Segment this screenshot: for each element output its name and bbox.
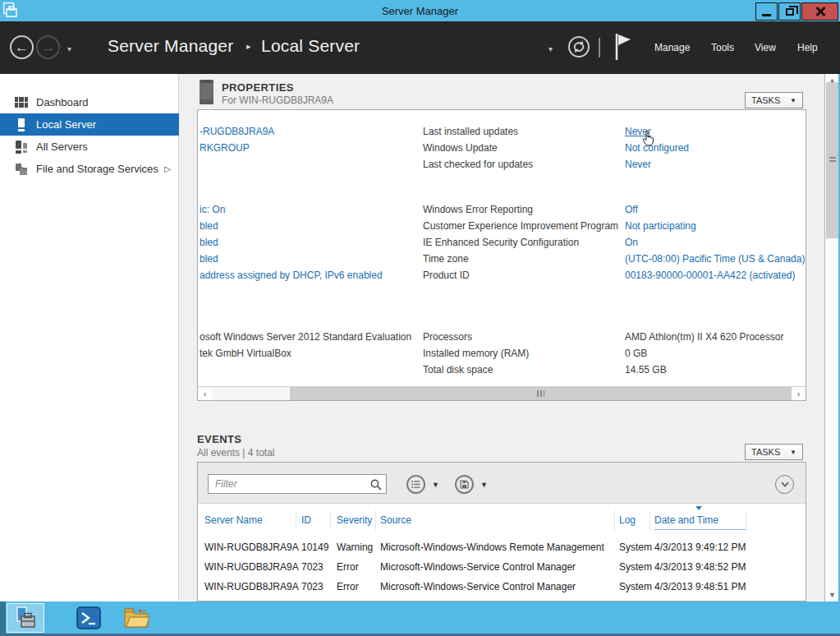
cell-server-name: WIN-RUGDB8JRA9A (204, 537, 299, 557)
cell-server-name: WIN-RUGDB8JRA9A (204, 577, 299, 597)
property-value-firewall[interactable]: ic: On (200, 204, 225, 215)
restore-icon (786, 8, 794, 16)
cell-source: Microsoft-Windows-Service Control Manage… (380, 577, 576, 597)
menu-help[interactable]: Help (797, 42, 818, 53)
sidebar-item-local-server[interactable]: Local Server (0, 113, 179, 136)
sidebar-item-file-storage-services[interactable]: File and Storage Services ▷ (0, 158, 179, 180)
titlebar[interactable]: Server Manager (0, 0, 840, 21)
properties-heading: PROPERTIES (222, 81, 294, 94)
cell-datetime: 4/3/2013 9:48:51 PM (654, 577, 746, 597)
property-label: Product ID (423, 270, 470, 281)
cell-log: System (619, 537, 652, 557)
property-value-error-reporting[interactable]: Off (625, 204, 638, 215)
taskbar-file-explorer-button[interactable] (120, 603, 153, 633)
chevron-down-icon[interactable]: ▼ (480, 481, 488, 489)
column-header-date-time[interactable]: Date and Time (654, 510, 746, 530)
save-query-button[interactable] (455, 475, 474, 494)
property-value-hardware: tek GmbH VirtualBox (200, 348, 291, 359)
notifications-dropdown-icon[interactable]: ▾ (549, 44, 553, 53)
column-header-source[interactable]: Source (380, 510, 615, 530)
properties-tasks-button[interactable]: TASKS▼ (745, 92, 803, 108)
search-icon[interactable] (370, 479, 382, 491)
window-title: Server Manager (0, 5, 840, 17)
back-arrow-icon: ← (15, 39, 29, 56)
scroll-right-icon[interactable]: › (792, 387, 806, 400)
property-value-remote-management[interactable]: bled (200, 220, 218, 232)
property-value-ethernet[interactable]: address assigned by DHCP, IPv6 enabled (200, 270, 383, 281)
property-value-last-checked-updates[interactable]: Never (625, 159, 651, 170)
property-value-ceip[interactable]: Not participating (625, 220, 696, 232)
property-value-windows-update[interactable]: Not configured (625, 142, 689, 154)
property-value-last-installed-updates[interactable]: Never (625, 126, 651, 137)
collapse-events-button[interactable] (775, 475, 794, 494)
powershell-icon (76, 606, 101, 630)
file-storage-icon (15, 163, 28, 176)
restore-button[interactable] (778, 2, 801, 21)
minimize-button[interactable] (755, 2, 778, 21)
events-toolbar: ▼ ▼ (198, 463, 806, 504)
back-button[interactable]: ← (10, 35, 34, 59)
property-value-processors: AMD Athlon(tm) II X4 620 Processor (625, 331, 783, 343)
properties-horizontal-scrollbar[interactable]: ‹ › (198, 386, 806, 400)
breadcrumb-root[interactable]: Server Manager (108, 36, 233, 56)
cell-id: 7023 (301, 577, 324, 597)
tasks-label: TASKS (751, 95, 780, 105)
property-value-workgroup[interactable]: RKGROUP (200, 142, 250, 154)
properties-subheading: For WIN-RUGDB8JRA9A (222, 94, 333, 106)
property-value-ie-esc[interactable]: On (625, 237, 638, 248)
property-value-product-id[interactable]: 00183-90000-00001-AA422 (activated) (625, 270, 795, 281)
taskbar-powershell-button[interactable] (72, 603, 105, 633)
horizontal-scrollbar-thumb[interactable] (290, 387, 792, 400)
property-value-computer-name[interactable]: -RUGDB8JRA9A (200, 126, 274, 137)
vertical-scrollbar-thumb[interactable] (826, 82, 838, 238)
breadcrumb-current[interactable]: Local Server (261, 36, 360, 56)
menu-tools[interactable]: Tools (711, 42, 734, 53)
column-header-severity[interactable]: Severity (337, 510, 376, 530)
property-value-disk-space: 14.55 GB (625, 364, 667, 376)
chevron-down-icon (781, 482, 789, 487)
sidebar-item-all-servers[interactable]: All Servers (0, 136, 179, 158)
property-value-os-version: osoft Windows Server 2012 Standard Evalu… (200, 331, 411, 343)
file-explorer-icon (123, 606, 149, 629)
minimize-icon (762, 14, 771, 16)
scroll-down-icon[interactable]: ▼ (826, 588, 838, 601)
refresh-button[interactable] (568, 36, 590, 58)
events-tasks-button[interactable]: TASKS▼ (745, 444, 803, 460)
chevron-down-icon[interactable]: ▼ (432, 481, 439, 489)
scrollbar-grip (829, 157, 836, 164)
column-header-server-name[interactable]: Server Name (204, 510, 296, 530)
sidebar-item-dashboard[interactable]: Dashboard (0, 91, 179, 113)
scrollbar-grip (537, 390, 544, 397)
scroll-left-icon[interactable]: ‹ (198, 387, 212, 400)
taskbar-server-manager-button[interactable] (7, 603, 44, 633)
property-label: Last installed updates (423, 126, 518, 137)
cell-severity: Error (337, 577, 359, 597)
cell-log: System (619, 557, 652, 577)
menu-manage[interactable]: Manage (654, 42, 690, 53)
forward-button[interactable]: → (36, 35, 60, 59)
chevron-down-icon: ▼ (790, 97, 796, 104)
filter-input[interactable] (208, 474, 387, 494)
cell-server-name: WIN-RUGDB8JRA9A (204, 557, 299, 577)
list-icon (411, 480, 420, 489)
close-button[interactable] (801, 2, 838, 21)
property-value-remote-desktop[interactable]: bled (200, 237, 218, 248)
tasks-label: TASKS (751, 447, 780, 457)
chevron-down-icon: ▼ (790, 449, 796, 456)
flag-icon[interactable] (614, 33, 632, 61)
property-value-nic-teaming[interactable]: bled (200, 253, 218, 265)
column-header-id[interactable]: ID (301, 510, 331, 530)
main-vertical-scrollbar[interactable]: ▲ ▼ (824, 74, 838, 601)
property-label: IE Enhanced Security Configuration (423, 237, 579, 248)
menu-view[interactable]: View (755, 42, 776, 53)
expand-arrow-icon[interactable]: ▷ (164, 164, 171, 173)
sidebar-item-label: File and Storage Services (36, 163, 158, 175)
property-value-time-zone[interactable]: (UTC-08:00) Pacific Time (US & Canada) (625, 253, 805, 265)
column-header-log[interactable]: Log (619, 510, 650, 530)
local-server-icon (15, 118, 28, 131)
history-dropdown-icon[interactable]: ▾ (67, 44, 71, 53)
cell-severity: Error (337, 557, 359, 577)
dashboard-icon (15, 96, 28, 109)
saved-filters-button[interactable] (406, 475, 425, 494)
cell-source: Microsoft-Windows-Service Control Manage… (380, 557, 576, 577)
